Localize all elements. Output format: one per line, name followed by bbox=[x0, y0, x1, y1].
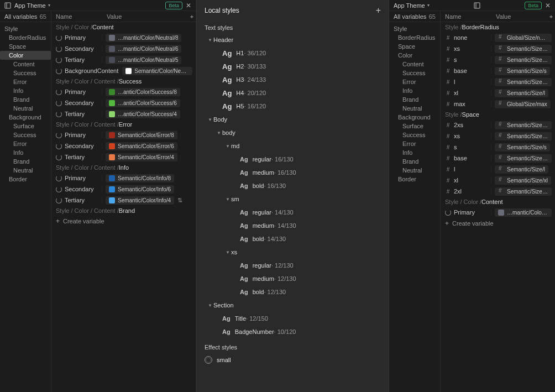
variable-row[interactable]: 2xsSemantic/Size/2xs bbox=[441, 119, 555, 130]
tree-item[interactable]: Error bbox=[389, 139, 440, 148]
tree-item[interactable]: Neutral bbox=[389, 166, 440, 175]
variable-row[interactable]: Tertiary…mantic/Color/Neutral/5 bbox=[51, 54, 196, 65]
variable-row[interactable]: baseSemantic/Size/base bbox=[441, 153, 555, 164]
variable-row[interactable]: 2xlSemantic/Size/2xl bbox=[441, 186, 555, 197]
style-group[interactable]: ▼body bbox=[197, 126, 389, 139]
style-group[interactable]: ▼Header bbox=[197, 33, 389, 46]
text-style-row[interactable]: Agregular · 14/130 bbox=[197, 206, 389, 219]
value-pill[interactable]: …mantic/Color/Neutral/5 bbox=[106, 56, 181, 64]
tree-item[interactable]: Success bbox=[389, 130, 440, 139]
style-group[interactable]: ▼xs bbox=[197, 245, 389, 259]
text-style-row[interactable]: Agbold · 14/130 bbox=[197, 232, 389, 245]
tree-item[interactable]: Success bbox=[389, 69, 440, 77]
tree-item[interactable]: Style bbox=[0, 24, 51, 33]
tree-item[interactable]: BorderRadius bbox=[389, 33, 440, 42]
value-pill[interactable]: …antic/Color/Success/6 bbox=[106, 99, 180, 107]
variable-row[interactable]: SecondarySemantic/Color/Info/6 bbox=[51, 184, 196, 195]
value-pill[interactable]: Semantic/Size/base bbox=[495, 78, 552, 86]
value-pill[interactable]: Semantic/Size/base bbox=[495, 154, 552, 163]
style-group[interactable]: ▼sm bbox=[197, 192, 389, 206]
variable-row[interactable]: xlSemantic/Size/xl bbox=[441, 175, 555, 186]
tree-item[interactable]: Brand bbox=[0, 157, 51, 166]
tree-item[interactable]: Surface bbox=[389, 122, 440, 130]
sidebar-toggle-icon[interactable] bbox=[474, 2, 480, 9]
add-style-button[interactable]: + bbox=[376, 6, 381, 15]
variable-row[interactable]: maxGlobal/Size/max bbox=[441, 98, 555, 109]
close-icon[interactable]: ✕ bbox=[545, 2, 551, 9]
tree-item[interactable]: BorderRadius bbox=[0, 33, 51, 42]
value-pill[interactable]: Semantic/Size/xs bbox=[495, 132, 552, 140]
value-pill[interactable]: …mantic/Color/Neutral/8 bbox=[106, 34, 181, 42]
text-style-row[interactable]: AgH3 · 24/133 bbox=[197, 73, 389, 86]
value-pill[interactable]: Semantic/Size/s bbox=[495, 143, 550, 151]
variable-row[interactable]: TertiarySemantic/Color/Error/4 bbox=[51, 151, 196, 163]
value-pill[interactable]: Semantic/Size/2xs bbox=[495, 121, 552, 129]
tree-item[interactable]: Info bbox=[0, 86, 51, 95]
tree-item[interactable]: Border bbox=[0, 175, 51, 184]
value-pill[interactable]: Semantic/Color/Neutral/1 bbox=[122, 67, 192, 75]
tree-item[interactable]: Brand bbox=[389, 95, 440, 104]
tree-item[interactable]: Neutral bbox=[0, 104, 51, 113]
value-pill[interactable]: Semantic/Color/Error/4 bbox=[106, 153, 177, 161]
variable-row[interactable]: BackgroundContentSemantic/Color/Neutral/… bbox=[51, 65, 196, 76]
tree-item[interactable]: Info bbox=[389, 86, 440, 95]
text-style-row[interactable]: AgH5 · 16/120 bbox=[197, 100, 389, 113]
variable-row[interactable]: SecondarySemantic/Color/Error/6 bbox=[51, 140, 196, 151]
tree-item[interactable]: Background bbox=[389, 113, 440, 122]
variable-row[interactable]: TertiarySemantic/Color/Info/4⇅ bbox=[51, 195, 196, 206]
variable-row[interactable]: PrimarySemantic/Color/Info/8 bbox=[51, 173, 196, 184]
text-style-row[interactable]: Agmedium · 14/130 bbox=[197, 219, 389, 232]
add-mode-button[interactable]: + bbox=[547, 13, 555, 20]
style-group[interactable]: ▼Body bbox=[197, 113, 389, 126]
value-pill[interactable]: Semantic/Size/xl bbox=[495, 176, 551, 185]
tree-item[interactable]: Background bbox=[0, 113, 51, 122]
text-style-row[interactable]: Agmedium · 16/130 bbox=[197, 166, 389, 179]
value-pill[interactable]: …mantic/Color/Neutral/8 bbox=[495, 208, 552, 217]
tree-item[interactable]: Error bbox=[0, 139, 51, 148]
variable-row[interactable]: PrimarySemantic/Color/Error/8 bbox=[51, 129, 196, 140]
variable-row[interactable]: xlSemantic/Size/l bbox=[441, 87, 555, 98]
tree-item[interactable]: Info bbox=[389, 148, 440, 157]
create-variable-button[interactable]: +Create variable bbox=[441, 218, 555, 229]
value-pill[interactable]: Semantic/Size/l bbox=[495, 165, 548, 174]
variable-row[interactable]: Primary…mantic/Color/Neutral/8 bbox=[441, 207, 555, 218]
value-pill[interactable]: Semantic/Color/Info/4 bbox=[106, 196, 174, 205]
value-pill[interactable]: Semantic/Color/Info/8 bbox=[106, 174, 174, 182]
text-style-row[interactable]: AgTitle · 12/150 bbox=[197, 312, 389, 325]
variable-row[interactable]: Tertiary…antic/Color/Success/4 bbox=[51, 108, 196, 119]
value-pill[interactable]: Semantic/Size/2xs bbox=[495, 45, 552, 53]
tree-item[interactable]: Error bbox=[389, 77, 440, 86]
tree-item[interactable]: Style bbox=[389, 24, 440, 33]
value-pill[interactable]: Semantic/Size/s bbox=[495, 67, 550, 75]
tree-item[interactable]: Space bbox=[389, 42, 440, 51]
variable-row[interactable]: Secondary…mantic/Color/Neutral/6 bbox=[51, 43, 196, 54]
text-style-row[interactable]: AgBadgeNumber · 10/120 bbox=[197, 325, 389, 338]
value-pill[interactable]: Semantic/Size/xs bbox=[495, 56, 552, 64]
text-style-row[interactable]: Agbold · 16/130 bbox=[197, 179, 389, 192]
value-pill[interactable]: Global/Size/max bbox=[495, 100, 551, 108]
tree-item[interactable]: Neutral bbox=[0, 166, 51, 175]
collection-dropdown[interactable]: App Theme ▾ bbox=[14, 2, 50, 9]
effect-style-row[interactable]: small bbox=[197, 353, 389, 367]
variable-row[interactable]: sSemantic/Size/xs bbox=[441, 54, 555, 65]
beta-badge[interactable]: Beta bbox=[165, 2, 182, 9]
add-mode-button[interactable]: + bbox=[188, 13, 196, 20]
variable-row[interactable]: xsSemantic/Size/2xs bbox=[441, 43, 555, 54]
tree-item[interactable]: Surface bbox=[0, 122, 51, 130]
close-icon[interactable]: ✕ bbox=[186, 2, 191, 9]
variable-row[interactable]: Primary…mantic/Color/Neutral/8 bbox=[51, 32, 196, 43]
beta-badge[interactable]: Beta bbox=[525, 2, 542, 9]
tree-item[interactable]: Success bbox=[0, 130, 51, 139]
variable-row[interactable]: sSemantic/Size/s bbox=[441, 142, 555, 153]
value-pill[interactable]: …antic/Color/Success/4 bbox=[106, 110, 180, 118]
tree-item[interactable]: Content bbox=[0, 60, 51, 69]
create-variable-button[interactable]: +Create variable bbox=[51, 216, 196, 227]
variable-row[interactable]: Secondary…antic/Color/Success/6 bbox=[51, 97, 196, 108]
style-group[interactable]: ▼md bbox=[197, 139, 389, 153]
tree-item[interactable]: Neutral bbox=[389, 104, 440, 113]
all-variables-label[interactable]: All variables bbox=[394, 13, 426, 20]
tree-item[interactable]: Border bbox=[389, 175, 440, 184]
tree-item[interactable]: Color bbox=[0, 51, 51, 60]
value-pill[interactable]: Semantic/Color/Info/6 bbox=[106, 185, 174, 194]
tree-item[interactable]: Error bbox=[0, 77, 51, 86]
